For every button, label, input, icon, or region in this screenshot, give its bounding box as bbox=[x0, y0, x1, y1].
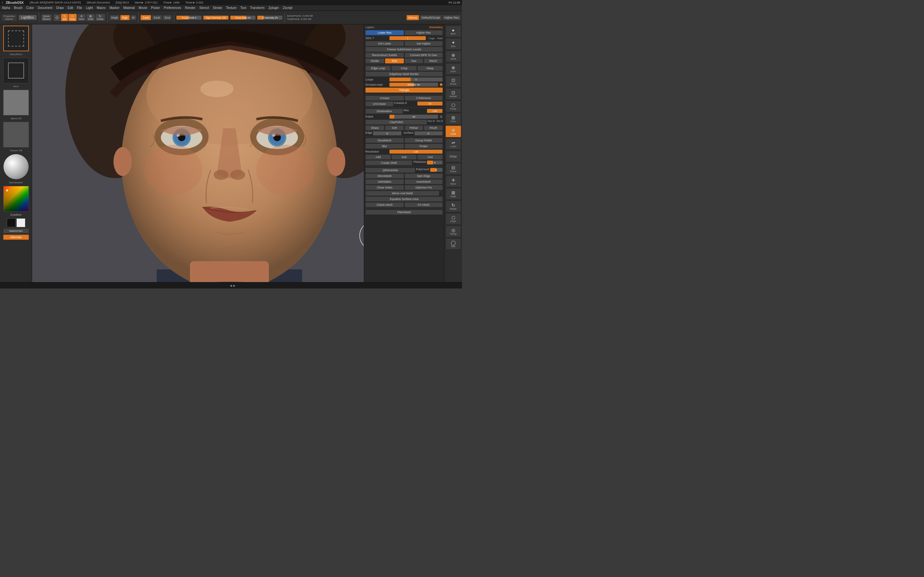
menu-light[interactable]: Light bbox=[86, 6, 93, 10]
sdiv-slider[interactable]: 7 bbox=[389, 36, 426, 40]
higher-res-toolbar-button[interactable]: Higher Res bbox=[443, 15, 461, 20]
alpha-swatch[interactable] bbox=[3, 90, 29, 115]
lsym-button[interactable]: ⇌ L.Sym bbox=[446, 138, 461, 150]
layers-tab[interactable]: Layers bbox=[365, 26, 374, 29]
persp-button[interactable]: ⬡ Persp bbox=[446, 101, 461, 112]
clay-polish-button[interactable]: ClayPolish bbox=[365, 119, 427, 125]
aahalf-button[interactable]: ⊡ AAHalf bbox=[446, 88, 461, 100]
crease-button[interactable]: Crease bbox=[365, 95, 404, 101]
menu-stencil[interactable]: Stencil bbox=[199, 6, 209, 10]
edgeloop-mask-button[interactable]: Edgeloop Mask Border bbox=[365, 71, 443, 77]
move-button[interactable]: ✛ Move bbox=[77, 14, 86, 21]
qremesher-button[interactable]: QRemesher bbox=[365, 168, 415, 173]
triangle-button[interactable]: Triangle bbox=[365, 87, 443, 93]
polyf-button[interactable]: ⬡ PolyF bbox=[446, 213, 461, 225]
projection-master-button[interactable]: Projection Master bbox=[1, 14, 17, 21]
polish-check[interactable] bbox=[439, 115, 443, 118]
menu-draw[interactable]: Draw bbox=[56, 6, 63, 10]
soft-button[interactable]: Soft bbox=[385, 125, 404, 131]
higher-res-button[interactable]: Higher Res bbox=[405, 30, 443, 35]
scale-tool-button[interactable]: ⊠ Scale bbox=[446, 188, 461, 200]
menu-marker[interactable]: Marker bbox=[110, 6, 120, 10]
res-slider[interactable]: 128 bbox=[427, 109, 443, 113]
rgb-button[interactable]: Rgb bbox=[120, 15, 129, 20]
gpolish-slider[interactable]: GPolish 50 bbox=[389, 82, 438, 87]
mrgb-button[interactable]: Mrgb bbox=[110, 15, 120, 20]
rect-swatch[interactable] bbox=[3, 58, 29, 83]
ctolerance-button[interactable]: CTolerance bbox=[405, 95, 443, 101]
switch-color-button[interactable]: SwitchColor bbox=[3, 229, 29, 234]
frame-button[interactable]: ⊟ Frame bbox=[446, 163, 461, 175]
add-button[interactable]: Add bbox=[365, 155, 391, 160]
fix-mesh-button[interactable]: Fix Mesh bbox=[405, 202, 443, 207]
texture-swatch[interactable] bbox=[3, 122, 29, 147]
thickness-slider[interactable]: 4 bbox=[427, 160, 443, 165]
crisp-button[interactable]: Crisp bbox=[391, 66, 417, 71]
menu-texture[interactable]: Texture bbox=[226, 6, 236, 10]
menu-movie[interactable]: Movie bbox=[139, 6, 147, 10]
smt-button[interactable]: Smt bbox=[385, 58, 404, 63]
deep-button[interactable]: Deep bbox=[417, 66, 443, 71]
micromesh-button[interactable]: MicroMesh bbox=[365, 173, 404, 179]
scroll-button[interactable]: ⊕ Scroll bbox=[446, 51, 461, 62]
edit-button[interactable]: ✎ Edit bbox=[61, 14, 68, 21]
menu-alpha[interactable]: Alpha bbox=[2, 6, 10, 10]
next-arrow[interactable]: ▶ bbox=[233, 284, 236, 287]
move-tool-button[interactable]: ✛ Move bbox=[446, 176, 461, 187]
freeze-subdiv-button[interactable]: Freeze SubDivision Levels bbox=[365, 47, 443, 52]
menu-material[interactable]: Material bbox=[124, 6, 135, 10]
suv-button[interactable]: Suv bbox=[405, 58, 423, 63]
alternate-button[interactable]: Alternate bbox=[3, 235, 29, 240]
create-shell-button[interactable]: Create Shell bbox=[365, 160, 412, 165]
spix-button[interactable]: ✦ SPix bbox=[446, 38, 461, 50]
spin-edge-button[interactable]: Spin Edge bbox=[405, 173, 443, 179]
resolution-slider[interactable]: 128 bbox=[389, 149, 443, 154]
material-swatch[interactable] bbox=[3, 154, 29, 179]
optimize-poi-button[interactable]: Optimize Poi bbox=[405, 185, 443, 190]
menu-file[interactable]: File bbox=[77, 6, 82, 10]
menu-zplugin[interactable]: Zplugin bbox=[268, 6, 279, 10]
rshar-button[interactable]: RShar bbox=[405, 125, 423, 131]
prev-arrow[interactable]: ◀ bbox=[230, 284, 232, 287]
convert-bpr-button[interactable]: Convert BPR To Geo bbox=[405, 53, 443, 58]
color-picker[interactable] bbox=[3, 186, 29, 211]
gpolish-check[interactable] bbox=[439, 83, 443, 86]
scale-button[interactable]: ⊠ Scale bbox=[86, 14, 95, 21]
equalize-surface-button[interactable]: Equalize Surface Area bbox=[365, 197, 443, 201]
draw-button[interactable]: ✏ Draw bbox=[68, 14, 77, 21]
menus-button[interactable]: Menus bbox=[407, 15, 419, 20]
reconstruct-button[interactable]: Reconstruct Subdiv bbox=[365, 53, 404, 58]
focal-shift-slider[interactable]: Focal Shift 0 bbox=[176, 15, 202, 20]
creaselvl-slider[interactable]: 15 bbox=[417, 101, 443, 106]
get-higher-button[interactable]: Get Higher bbox=[405, 41, 443, 46]
rotate-tool-button[interactable]: ↻ Rotate bbox=[446, 201, 461, 212]
group-polish-button[interactable]: Group Polish bbox=[405, 138, 443, 143]
surface-slider[interactable]: 0 bbox=[414, 131, 443, 135]
lower-res-button[interactable]: Lower Res bbox=[365, 30, 404, 35]
gxyz-button[interactable]: GXyz bbox=[446, 151, 461, 162]
menu-color[interactable]: Color bbox=[26, 6, 34, 10]
loops-slider[interactable]: 4 bbox=[389, 77, 443, 82]
draw-size-slider[interactable]: Draw Size 64 bbox=[230, 15, 256, 20]
edit-cursor-button[interactable]: ⊹ bbox=[53, 14, 61, 21]
and-button[interactable]: And bbox=[417, 155, 443, 160]
zsub-button[interactable]: Zsub bbox=[152, 15, 162, 20]
polish-slider[interactable]: 10 bbox=[389, 114, 438, 119]
menu-edit[interactable]: Edit bbox=[68, 6, 73, 10]
z-intensity-slider[interactable]: Z Intensity 25 bbox=[257, 15, 283, 20]
zoom-button[interactable]: ⊕ Zoom bbox=[446, 63, 461, 75]
rgb-intensity-slider[interactable]: Rgb Intensity 100 bbox=[203, 15, 229, 20]
bpr-button[interactable]: ● BPR bbox=[446, 26, 461, 37]
menu-render[interactable]: Render bbox=[185, 6, 195, 10]
m-button[interactable]: M bbox=[130, 15, 137, 20]
uncrease-button[interactable]: UnCrease bbox=[365, 101, 393, 106]
relu-v-button[interactable]: ReUV bbox=[424, 58, 443, 63]
menu-picker[interactable]: Picker bbox=[151, 6, 160, 10]
mirror-and-weld-button[interactable]: Mirror And Weld bbox=[365, 191, 439, 196]
floor-button[interactable]: ⊞ Floor bbox=[446, 113, 461, 125]
local-button[interactable]: ⊛ Local bbox=[446, 126, 461, 137]
zcut-button[interactable]: Zcut bbox=[163, 15, 172, 20]
menu-transform[interactable]: Transform bbox=[250, 6, 264, 10]
transp-button[interactable]: ◎ Transp bbox=[446, 226, 461, 237]
zadd-button[interactable]: Zadd bbox=[141, 15, 151, 20]
